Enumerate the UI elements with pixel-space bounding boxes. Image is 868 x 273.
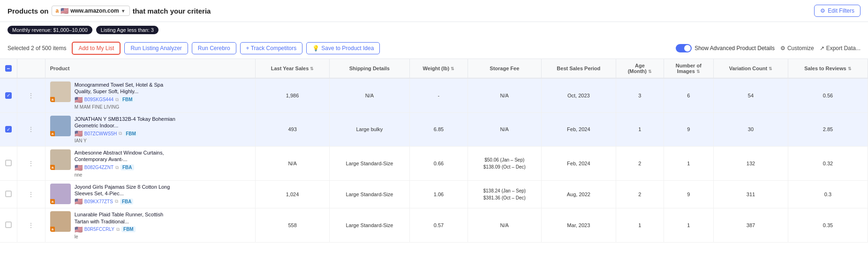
storage-fee-cell: N/A: [468, 78, 541, 112]
product-asin[interactable]: B07ZCWWS5H: [84, 131, 117, 136]
age-month: 1: [638, 222, 641, 228]
row-dots-menu[interactable]: ⋮: [17, 112, 45, 147]
last-year-sales-cell: 558: [256, 208, 330, 243]
checkbox-empty[interactable]: [5, 191, 12, 197]
row-dots-menu[interactable]: ⋮: [17, 208, 45, 243]
storage-fee: N/A: [500, 93, 509, 98]
col-sales-reviews[interactable]: Sales to Reviews ⇅: [788, 59, 868, 78]
best-sales-period-cell: Feb, 2024: [541, 147, 616, 181]
table-body: ✓⋮ a Monogrammed Towel Set, Hotel & Spa …: [0, 78, 868, 242]
product-meta: 🇺🇸 B0R5FCCRLY ⧉ FBM: [75, 226, 178, 233]
table-row: ⋮ a Ambesonne Abstract Window Curtains, …: [0, 147, 868, 181]
filter-icon: ⚙: [820, 7, 825, 14]
row-dots-menu[interactable]: ⋮: [17, 180, 45, 208]
customize-button[interactable]: ⚙ Customize: [780, 45, 814, 52]
product-name[interactable]: JONATHAN Y SMB132B-4 Tokay Bohemian Geom…: [75, 116, 178, 129]
product-thumbnail: a: [50, 184, 71, 204]
product-asin[interactable]: B09SKGS444: [84, 97, 113, 102]
run-cerebro-button[interactable]: Run Cerebro: [192, 42, 236, 54]
storage-fee: $50.06 (Jan – Sep)$138.09 (Oct – Dec): [473, 156, 536, 170]
last-year-sales: 1,024: [286, 192, 299, 197]
product-flag-icon: 🇺🇸: [75, 226, 83, 233]
copy-icon[interactable]: ⧉: [116, 227, 120, 232]
storage-fee-cell: N/A: [468, 208, 541, 243]
edit-filters-button[interactable]: ⚙ Edit Filters: [814, 5, 860, 17]
age-month-cell: 1: [616, 112, 664, 147]
product-asin[interactable]: B0R5FCCRLY: [84, 227, 114, 232]
row-checkbox-cell: [0, 180, 17, 208]
kebab-menu-icon[interactable]: ⋮: [26, 125, 36, 133]
chevron-down-icon: ▼: [121, 8, 126, 14]
row-checkbox-cell: ✓: [0, 112, 17, 147]
kebab-menu-icon[interactable]: ⋮: [26, 221, 36, 229]
col-images[interactable]: Number ofImages ⇅: [664, 59, 714, 78]
row-dots-menu[interactable]: ⋮: [17, 147, 45, 181]
product-thumbnail: a: [50, 116, 71, 136]
filter-tag-revenue[interactable]: Monthly revenue: $1,000–10,000: [8, 26, 92, 34]
save-to-product-idea-button[interactable]: 💡 Save to Product Idea: [306, 42, 380, 54]
checkbox-checked[interactable]: ✓: [5, 92, 12, 99]
top-bar: Products on a 🇺🇸 www.amazon.com ▼ that m…: [0, 0, 868, 22]
product-cell: a Ambesonne Abstract Window Curtains, Co…: [45, 147, 255, 181]
product-flag-icon: 🇺🇸: [75, 96, 83, 103]
variation-count-cell: 30: [714, 112, 788, 147]
product-name[interactable]: Ambesonne Abstract Window Curtains, Cont…: [75, 149, 178, 163]
kebab-menu-icon[interactable]: ⋮: [26, 191, 36, 198]
product-name[interactable]: Lunarable Plaid Table Runner, Scottish T…: [75, 211, 178, 225]
col-age[interactable]: Age(Month) ⇅: [616, 59, 664, 78]
product-asin[interactable]: B082G4ZZNT: [84, 165, 113, 170]
col-shipping[interactable]: Shipping Details: [329, 59, 409, 78]
sort-icon-weight: ⇅: [451, 66, 454, 71]
select-all-checkbox[interactable]: –: [0, 59, 17, 78]
product-meta: 🇺🇸 B07ZCWWS5H ⧉ FBM: [75, 130, 178, 137]
table-row: ✓⋮ a JONATHAN Y SMB132B-4 Tokay Bohemian…: [0, 112, 868, 147]
product-name[interactable]: Joyond Girls Pajamas Size 8 Cotton Long …: [75, 184, 178, 197]
product-thumbnail: a: [50, 81, 71, 102]
variation-count-cell: 311: [714, 180, 788, 208]
kebab-menu-icon[interactable]: ⋮: [26, 92, 36, 99]
col-storage-fee[interactable]: Storage Fee: [468, 59, 541, 78]
track-competitors-button[interactable]: + Track Competitors: [240, 42, 303, 54]
amazon-domain-badge[interactable]: a 🇺🇸 www.amazon.com ▼: [52, 6, 130, 16]
seller-name: M MAM FINE LIVING: [75, 104, 126, 110]
run-listing-analyzer-button[interactable]: Run Listing Analyzer: [124, 42, 188, 54]
product-cell: a JONATHAN Y SMB132B-4 Tokay Bohemian Ge…: [45, 112, 255, 147]
weight: 1.06: [434, 192, 444, 197]
age-month-cell: 2: [616, 147, 664, 181]
product-asin[interactable]: B09KX77ZTS: [84, 199, 113, 204]
last-year-sales-cell: N/A: [256, 147, 330, 181]
fulfillment-badge: FBM: [124, 131, 138, 137]
add-to-list-button[interactable]: Add to My List: [72, 42, 121, 55]
checkbox-empty[interactable]: [5, 221, 12, 228]
col-weight[interactable]: Weight (lb) ⇅: [409, 59, 468, 78]
export-data-button[interactable]: ↗ Export Data...: [820, 45, 860, 52]
product-flag-icon: 🇺🇸: [75, 164, 83, 171]
product-name[interactable]: Monogrammed Towel Set, Hotel & Spa Quali…: [75, 81, 178, 95]
sales-to-reviews: 0.32: [823, 161, 833, 166]
copy-icon[interactable]: ⧉: [115, 165, 119, 170]
product-thumbnail: a: [50, 211, 71, 232]
last-year-sales-cell: 1,986: [256, 78, 330, 112]
checkbox-checked[interactable]: ✓: [5, 126, 12, 133]
sales-to-reviews-cell: 0.56: [788, 78, 868, 112]
shipping-details: Large Standard-Size: [346, 222, 393, 228]
show-advanced-toggle[interactable]: [676, 44, 692, 52]
copy-icon[interactable]: ⧉: [119, 131, 122, 136]
filter-tag-age[interactable]: Listing Age less than: 3: [96, 26, 159, 34]
checkbox-empty[interactable]: [5, 160, 12, 166]
fulfillment-badge: FBA: [121, 164, 134, 170]
kebab-menu-icon[interactable]: ⋮: [26, 160, 36, 167]
product-meta: 🇺🇸 B09SKGS444 ⧉ FBM: [75, 96, 178, 103]
variation-count-cell: 54: [714, 78, 788, 112]
amazon-icon: a: [50, 165, 55, 170]
lightbulb-icon: 💡: [312, 45, 319, 52]
best-sales-period: Aug, 2022: [567, 192, 590, 197]
copy-icon[interactable]: ⧉: [115, 97, 119, 103]
col-best-sales[interactable]: Best Sales Period: [541, 59, 616, 78]
product-info: Monogrammed Towel Set, Hotel & Spa Quali…: [75, 81, 178, 110]
col-variation[interactable]: Variation Count ⇅: [714, 59, 788, 78]
copy-icon[interactable]: ⧉: [115, 199, 118, 204]
row-dots-menu[interactable]: ⋮: [17, 78, 45, 112]
weight: 6.85: [434, 126, 444, 132]
col-last-year-sales[interactable]: Last Year Sales ⇅: [256, 59, 330, 78]
